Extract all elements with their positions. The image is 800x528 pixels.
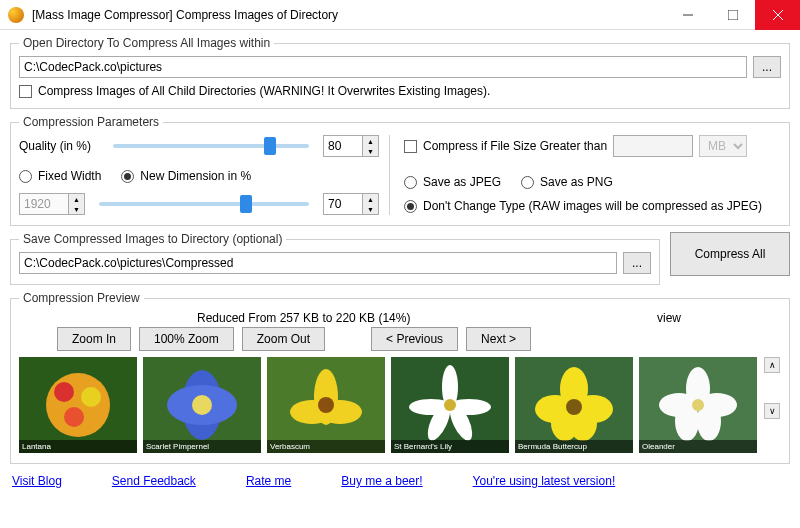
fixed-width-radio[interactable]: Fixed Width [19, 169, 101, 183]
svg-point-17 [318, 397, 334, 413]
svg-point-31 [566, 399, 582, 415]
browse-source-button[interactable]: ... [753, 56, 781, 78]
preview-group: Compression Preview Reduced From 257 KB … [10, 291, 790, 464]
child-dirs-label: Compress Images of All Child Directories… [38, 84, 490, 98]
send-feedback-link[interactable]: Send Feedback [112, 474, 196, 488]
size-threshold-label: Compress if File Size Greater than [423, 139, 607, 153]
scroll-down-icon[interactable]: ∨ [764, 403, 780, 419]
reduced-text: Reduced From 257 KB to 220 KB (14%) [197, 311, 410, 325]
save-png-radio[interactable]: Save as PNG [521, 175, 613, 189]
minimize-button[interactable] [665, 0, 710, 30]
quality-spinner[interactable]: ▲▼ [323, 135, 379, 157]
no-change-type-radio[interactable]: Don't Change Type (RAW images will be co… [404, 199, 781, 213]
size-threshold-checkbox[interactable]: Compress if File Size Greater than MB [404, 135, 781, 157]
svg-point-7 [81, 387, 101, 407]
window-title: [Mass Image Compressor] Compress Images … [32, 8, 665, 22]
view-label: view [657, 311, 681, 325]
checkbox-box-icon [404, 140, 417, 153]
next-button[interactable]: Next > [466, 327, 531, 351]
footer-links: Visit Blog Send Feedback Rate me Buy me … [10, 470, 790, 492]
quality-slider[interactable] [113, 144, 309, 148]
svg-point-6 [54, 382, 74, 402]
save-directory-group: Save Compressed Images to Directory (opt… [10, 232, 660, 285]
svg-rect-1 [728, 10, 738, 20]
browse-dest-button[interactable]: ... [623, 252, 651, 274]
source-path-input[interactable] [19, 56, 747, 78]
title-bar: [Mass Image Compressor] Compress Images … [0, 0, 800, 30]
size-unit-select[interactable]: MB [699, 135, 747, 157]
close-button[interactable] [755, 0, 800, 30]
zoom-100-button[interactable]: 100% Zoom [139, 327, 234, 351]
svg-point-12 [192, 395, 212, 415]
svg-point-24 [444, 399, 456, 411]
save-jpeg-radio[interactable]: Save as JPEG [404, 175, 501, 189]
size-threshold-input[interactable] [613, 135, 693, 157]
thumbnail[interactable]: St Bernard's Lily [391, 357, 509, 453]
thumbnail[interactable]: Oleander [639, 357, 757, 453]
version-link[interactable]: You're using latest version! [473, 474, 616, 488]
checkbox-box-icon [19, 85, 32, 98]
visit-blog-link[interactable]: Visit Blog [12, 474, 62, 488]
svg-point-5 [46, 373, 110, 437]
compression-params-group: Compression Parameters Quality (in %) ▲▼… [10, 115, 790, 226]
open-dir-legend: Open Directory To Compress All Images wi… [19, 36, 274, 50]
svg-point-8 [64, 407, 84, 427]
compress-all-button[interactable]: Compress All [670, 232, 790, 276]
previous-button[interactable]: < Previous [371, 327, 458, 351]
dest-path-input[interactable] [19, 252, 617, 274]
scroll-up-icon[interactable]: ∧ [764, 357, 780, 373]
thumbnail-scrollbar[interactable]: ∧ ∨ [763, 351, 781, 419]
open-directory-group: Open Directory To Compress All Images wi… [10, 36, 790, 109]
quality-label: Quality (in %) [19, 139, 99, 153]
maximize-button[interactable] [710, 0, 755, 30]
svg-point-38 [692, 399, 704, 411]
new-dimension-radio[interactable]: New Dimension in % [121, 169, 251, 183]
width-spinner[interactable]: ▲▼ [19, 193, 85, 215]
rate-link[interactable]: Rate me [246, 474, 291, 488]
params-legend: Compression Parameters [19, 115, 163, 129]
thumbnail[interactable]: Lantana [19, 357, 137, 453]
app-icon [8, 7, 24, 23]
beer-link[interactable]: Buy me a beer! [341, 474, 422, 488]
zoom-out-button[interactable]: Zoom Out [242, 327, 325, 351]
thumbnail-strip: Lantana Scarlet Pimpernel Verbascum St B… [19, 357, 757, 453]
zoom-in-button[interactable]: Zoom In [57, 327, 131, 351]
thumbnail[interactable]: Verbascum [267, 357, 385, 453]
child-dirs-checkbox[interactable]: Compress Images of All Child Directories… [19, 84, 781, 98]
save-dir-legend: Save Compressed Images to Directory (opt… [19, 232, 286, 246]
thumbnail[interactable]: Scarlet Pimpernel [143, 357, 261, 453]
thumbnail[interactable]: Bermuda Buttercup [515, 357, 633, 453]
dimension-slider[interactable] [99, 202, 309, 206]
dimension-spinner[interactable]: ▲▼ [323, 193, 379, 215]
preview-legend: Compression Preview [19, 291, 144, 305]
